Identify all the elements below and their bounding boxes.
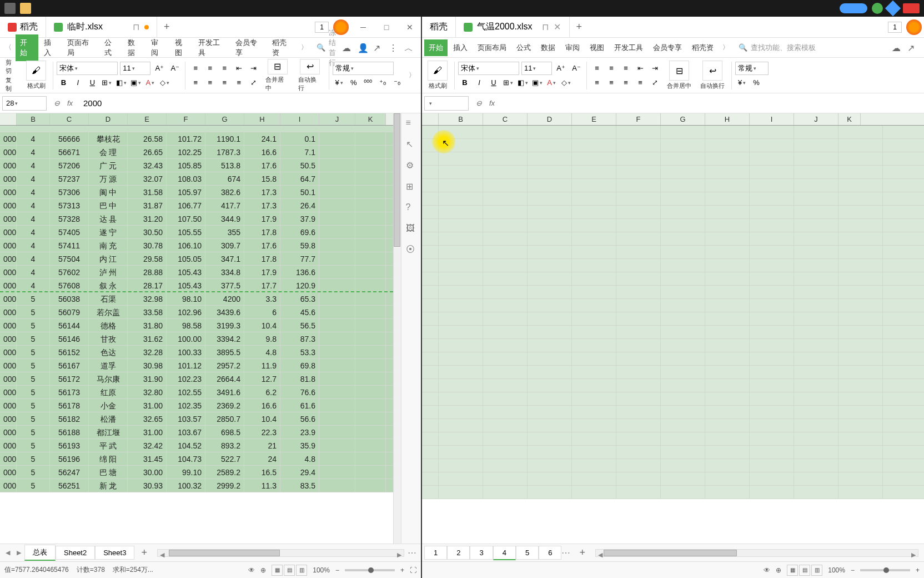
ribbon-tab-member[interactable]: 会员专享	[231, 34, 267, 61]
cell[interactable]	[794, 259, 838, 272]
cell[interactable]	[750, 152, 794, 165]
horizontal-scrollbar[interactable]: ◀ ▶	[157, 549, 404, 557]
cell[interactable]: 泸 州	[89, 266, 128, 278]
cell[interactable]	[439, 246, 483, 258]
font-size-select[interactable]: 11	[120, 62, 150, 75]
cell[interactable]	[319, 172, 355, 185]
cell[interactable]	[838, 459, 883, 472]
cell[interactable]: 17.9	[244, 266, 280, 278]
cell[interactable]	[319, 266, 355, 278]
table-row[interactable]: 000457504内 江29.58105.05347.117.877.7	[0, 252, 393, 266]
col-header-e[interactable]: E	[128, 113, 167, 125]
cell[interactable]	[750, 486, 794, 499]
cell[interactable]: 000	[0, 412, 17, 425]
sheet-first-icon[interactable]: ◀	[2, 547, 13, 559]
cell[interactable]: 新 龙	[89, 479, 128, 492]
cell[interactable]	[319, 386, 355, 398]
cell[interactable]	[661, 299, 705, 312]
close-button[interactable]: ✕	[399, 18, 421, 36]
cell[interactable]	[319, 279, 355, 291]
cell[interactable]	[838, 166, 883, 178]
search-box[interactable]: 🔍 查找功能、搜索模板	[734, 40, 845, 56]
cell[interactable]: 4	[17, 279, 50, 291]
font-decrease-icon[interactable]: A⁻	[570, 62, 583, 75]
ribbon-tab-view[interactable]: 视图	[170, 34, 193, 61]
cell[interactable]: 广 元	[89, 159, 128, 172]
window-counter[interactable]: 1	[888, 22, 902, 33]
cell[interactable]	[483, 392, 528, 405]
table-row[interactable]: 000456666攀枝花26.58101.721190.124.10.1	[0, 132, 393, 146]
zoom-slider[interactable]	[345, 569, 395, 571]
cell[interactable]: 4	[17, 212, 50, 225]
cell[interactable]: 4	[17, 159, 50, 172]
number-format-select[interactable]: 常规	[735, 62, 769, 75]
cell[interactable]: 会 理	[89, 146, 128, 158]
cell[interactable]	[750, 219, 794, 232]
cell[interactable]	[616, 352, 661, 365]
cell[interactable]: 347.1	[205, 252, 244, 265]
copy-label[interactable]: 复制	[6, 76, 17, 93]
cell[interactable]: 阆 中	[89, 186, 128, 198]
cell[interactable]: 达 县	[89, 212, 128, 225]
cell[interactable]: 893.2	[205, 439, 244, 452]
cell[interactable]	[439, 232, 483, 245]
cell[interactable]: 69.6	[280, 226, 319, 238]
cell[interactable]	[705, 206, 750, 218]
cell[interactable]: 57237	[50, 172, 89, 185]
user-add-icon[interactable]: 👤	[358, 43, 368, 53]
cell[interactable]: 29.4	[280, 466, 319, 479]
cell[interactable]: 105.97	[167, 186, 205, 198]
currency-icon[interactable]: ¥	[735, 76, 749, 89]
cell[interactable]	[528, 366, 572, 378]
eraser-button[interactable]: ◇	[559, 76, 573, 89]
wrap-icon[interactable]: ↩	[300, 59, 320, 74]
align-left-icon[interactable]: ≡	[189, 76, 202, 89]
cell[interactable]	[661, 406, 705, 418]
taskbar-green-icon[interactable]	[872, 3, 883, 14]
cell[interactable]	[355, 252, 386, 265]
cell[interactable]: 102.23	[167, 372, 205, 385]
font-name-select[interactable]: 宋体	[458, 62, 519, 75]
cell[interactable]: 26.58	[128, 132, 167, 145]
align-justify-icon[interactable]: ≡	[232, 76, 245, 89]
cell[interactable]: 56182	[50, 412, 89, 425]
cell[interactable]: 000	[0, 146, 17, 158]
cell[interactable]	[794, 432, 838, 445]
sheet-tab-2[interactable]: Sheet2	[56, 546, 95, 560]
cell[interactable]	[661, 219, 705, 232]
cell[interactable]	[528, 232, 572, 245]
app-tab[interactable]: 稻壳	[422, 17, 456, 38]
cell[interactable]	[838, 232, 883, 245]
decimal-dec-icon[interactable]: ⁻₀	[390, 76, 404, 89]
cell[interactable]	[838, 352, 883, 365]
cell[interactable]	[661, 446, 705, 459]
table-row[interactable]: 000556146甘孜31.62100.003394.29.887.3	[0, 332, 393, 346]
cell[interactable]	[439, 259, 483, 272]
cell[interactable]: 10.4	[244, 412, 280, 425]
cell[interactable]: 31.90	[128, 372, 167, 385]
cell[interactable]: 000	[0, 332, 17, 345]
cell[interactable]	[661, 379, 705, 392]
cell[interactable]	[838, 152, 883, 165]
cell[interactable]	[616, 459, 661, 472]
cell[interactable]	[616, 126, 661, 138]
align-left-icon[interactable]: ≡	[590, 76, 604, 89]
cell[interactable]	[439, 379, 483, 392]
cell[interactable]	[838, 312, 883, 325]
align-right-icon[interactable]: ≡	[619, 76, 632, 89]
cell[interactable]	[661, 272, 705, 285]
cell[interactable]: 2664.4	[205, 372, 244, 385]
cell[interactable]: 4	[17, 252, 50, 265]
cell[interactable]	[705, 312, 750, 325]
cell[interactable]: 000	[0, 426, 17, 439]
table-row[interactable]: 000457237万 源32.07108.0367415.864.7	[0, 172, 393, 186]
cell[interactable]	[528, 419, 572, 432]
ribbon-scroll-left[interactable]: 〈	[2, 41, 14, 54]
table-row[interactable]: 000457608叙 永28.17105.43377.517.7120.9	[0, 279, 393, 292]
cell[interactable]	[572, 192, 616, 205]
cell[interactable]	[616, 486, 661, 499]
cell[interactable]	[616, 219, 661, 232]
cell[interactable]	[528, 286, 572, 298]
cell[interactable]: 101.72	[167, 132, 205, 145]
cell[interactable]: 136.6	[280, 266, 319, 278]
